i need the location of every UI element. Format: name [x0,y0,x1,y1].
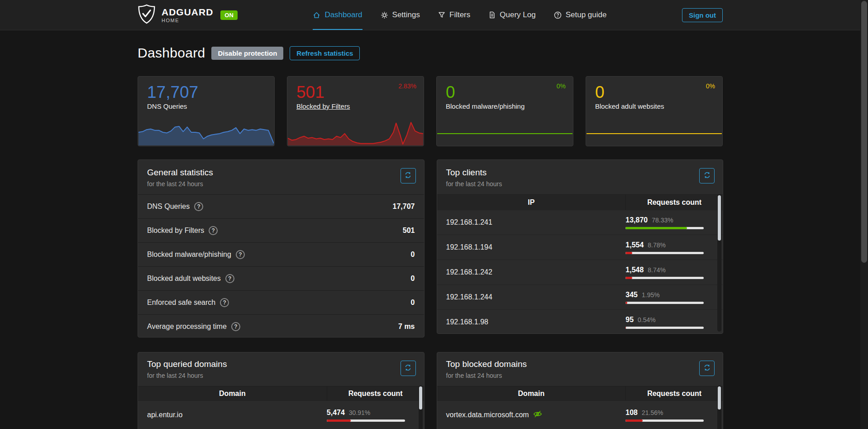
panel-header: Top queried domains for the last 24 hour… [138,352,424,386]
table-row: 192.168.1.242 1,5488.74% [437,260,723,284]
stats-label: Enforced safe search? [147,298,229,307]
main-content: Dashboard Disable protection Refresh sta… [138,45,723,429]
stats-value: 17,707 [393,202,415,211]
table-row: vortex.data.microsoft.com 10821.56% [437,400,723,429]
stats-label: Blocked adult websites? [147,274,234,283]
client-ip-link[interactable]: 192.168.1.194 [437,243,626,251]
stats-label: Blocked by Filters? [147,226,218,235]
progress-bar [625,227,704,229]
sign-out-button[interactable]: Sign out [682,8,723,22]
table-row: 192.168.1.98 950.54% [437,309,723,334]
top-queried-domains-panel: Top queried domains for the last 24 hour… [138,352,424,429]
panel-subtitle: for the last 24 hours [446,372,714,379]
help-icon[interactable]: ? [194,202,203,211]
brand-logo[interactable]: ADGUARD HOME [138,0,213,30]
stats-row: Average processing time? 7 ms [138,314,424,337]
stat-card-blocked-adult: 0 Blocked adult websites 0% [586,76,723,146]
client-ip-link[interactable]: 192.168.1.244 [437,293,626,301]
stat-cards-row: 17,707 DNS Queries 501 Blocked by Filter… [138,76,723,146]
stat-label: DNS Queries [147,102,274,110]
nav-item-dashboard[interactable]: Dashboard [313,0,362,30]
flat-trend-line [437,133,572,134]
domain-link[interactable]: vortex.data.microsoft.com [437,410,626,419]
shield-check-icon [138,4,156,26]
stat-label-link[interactable]: Blocked by Filters [296,102,424,110]
nav-item-query-log[interactable]: Query Log [488,0,535,30]
protection-status-badge: ON [220,10,238,20]
refresh-panel-button[interactable] [401,168,416,183]
refresh-statistics-button[interactable]: Refresh statistics [290,46,360,60]
table-header: IP Requests count [437,194,723,210]
stats-row: Enforced safe search? 0 [138,290,424,314]
refresh-panel-button[interactable] [699,168,715,183]
stats-label: Blocked malware/phishing? [147,250,245,259]
panel-scrollbar [717,386,721,429]
top-blocked-domains-panel: Top blocked domains for the last 24 hour… [437,352,724,429]
brand-name: ADGUARD [162,7,213,17]
requests-count-cell: 950.54% [625,316,723,329]
nav-label: Settings [392,10,420,19]
table-header: Domain Requests count [437,386,723,400]
nav-label: Dashboard [324,10,362,19]
stats-label: DNS Queries? [147,202,203,211]
panel-scrollbar [717,194,721,332]
progress-bar [625,419,704,422]
domain-link[interactable]: api.entur.io [138,411,327,419]
panel-title: Top blocked domains [446,359,714,369]
home-icon [313,11,320,19]
page-title: Dashboard [138,45,205,61]
requests-count-cell: 5,47430.91% [327,409,424,422]
panel-scrollbar-thumb[interactable] [718,386,721,410]
requests-count-cell: 3451.95% [625,291,723,304]
table-row: 192.168.1.241 13,87078.33% [437,210,723,235]
requests-count-cell: 10821.56% [625,409,723,422]
help-icon[interactable]: ? [236,250,245,259]
progress-bar [625,327,704,329]
stats-row: Blocked adult websites? 0 [138,266,424,290]
requests-count-cell: 1,5548.78% [625,241,723,254]
stat-percent: 0% [557,82,566,90]
page-header: Dashboard Disable protection Refresh sta… [138,45,723,61]
panel-scrollbar-thumb[interactable] [718,195,721,241]
table-row: 192.168.1.244 3451.95% [437,284,723,309]
general-statistics-panel: General statistics for the last 24 hours… [138,159,424,337]
page-scrollbar [860,0,868,429]
stats-row: DNS Queries? 17,707 [138,194,424,218]
panels-row-2: General statistics for the last 24 hours… [138,159,723,337]
stat-card-blocked-malware: 0 Blocked malware/phishing 0% [436,76,573,146]
panel-title: Top queried domains [147,359,415,369]
help-icon[interactable]: ? [220,298,229,307]
refresh-icon [405,172,411,180]
disable-protection-button[interactable]: Disable protection [211,47,283,60]
client-ip-link[interactable]: 192.168.1.241 [437,218,626,227]
stats-value: 0 [411,275,415,283]
help-icon[interactable]: ? [209,226,218,235]
flat-trend-line [587,133,722,134]
refresh-icon [704,364,711,372]
column-header-ip: IP [437,198,626,207]
help-icon[interactable]: ? [231,322,240,331]
nav-item-setup-guide[interactable]: Setup guide [554,0,607,30]
progress-bar [625,252,704,254]
panel-subtitle: for the last 24 hours [446,180,714,188]
panel-scrollbar-thumb[interactable] [419,386,422,410]
refresh-panel-button[interactable] [401,361,416,376]
nav-item-settings[interactable]: Settings [381,0,420,30]
stat-value: 17,707 [147,84,274,101]
panel-title: General statistics [147,168,415,178]
client-ip-link[interactable]: 192.168.1.98 [437,318,626,326]
stat-card-dns-queries: 17,707 DNS Queries [138,76,275,146]
help-icon[interactable]: ? [225,274,234,283]
refresh-panel-button[interactable] [699,361,715,376]
table-row: 192.168.1.194 1,5548.78% [437,235,723,260]
funnel-icon [438,11,445,19]
nav-label: Query Log [500,10,535,19]
panel-header: Top blocked domains for the last 24 hour… [437,352,723,386]
refresh-icon [405,364,411,372]
column-header-requests-count: Requests count [625,195,723,210]
progress-bar [327,419,405,422]
nav-item-filters[interactable]: Filters [438,0,470,30]
page-scrollbar-thumb[interactable] [861,1,867,263]
client-ip-link[interactable]: 192.168.1.242 [437,268,626,276]
nav-label: Setup guide [566,10,607,19]
